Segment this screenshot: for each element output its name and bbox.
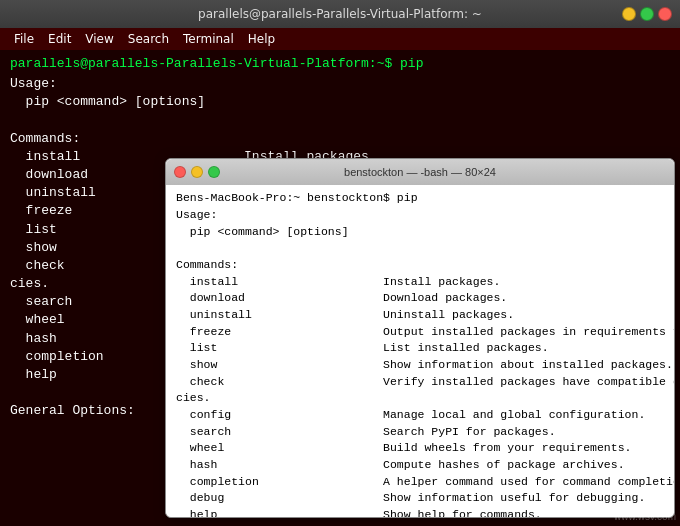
maximize-button[interactable] (640, 7, 654, 21)
main-terminal: parallels@parallels-Parallels-Virtual-Pl… (0, 0, 680, 526)
secondary-terminal: benstockton — -bash — 80×24 Bens-MacBook… (165, 158, 675, 518)
menu-view[interactable]: View (79, 30, 119, 48)
sec-close-button[interactable] (174, 166, 186, 178)
menu-file[interactable]: File (8, 30, 40, 48)
main-titlebar-buttons (622, 7, 672, 21)
main-menubar: File Edit View Search Terminal Help (0, 28, 680, 50)
minimize-button[interactable] (622, 7, 636, 21)
main-prompt: parallels@parallels-Parallels-Virtual-Pl… (10, 56, 670, 71)
main-titlebar: parallels@parallels-Parallels-Virtual-Pl… (0, 0, 680, 28)
menu-terminal[interactable]: Terminal (177, 30, 240, 48)
close-button[interactable] (658, 7, 672, 21)
main-title: parallels@parallels-Parallels-Virtual-Pl… (198, 7, 482, 21)
menu-help[interactable]: Help (242, 30, 281, 48)
sec-prompt: Bens-MacBook-Pro:~ benstockton$ pip (176, 191, 664, 204)
watermark: www.wsv.com (614, 511, 676, 522)
sec-minimize-button[interactable] (191, 166, 203, 178)
sec-titlebar: benstockton — -bash — 80×24 (166, 159, 674, 185)
sec-maximize-button[interactable] (208, 166, 220, 178)
sec-content: Bens-MacBook-Pro:~ benstockton$ pip Usag… (166, 185, 674, 517)
sec-terminal-text: Usage: pip <command> [options] Commands:… (176, 207, 664, 517)
sec-title: benstockton — -bash — 80×24 (344, 166, 496, 178)
sec-titlebar-buttons (174, 166, 220, 178)
menu-edit[interactable]: Edit (42, 30, 77, 48)
menu-search[interactable]: Search (122, 30, 175, 48)
